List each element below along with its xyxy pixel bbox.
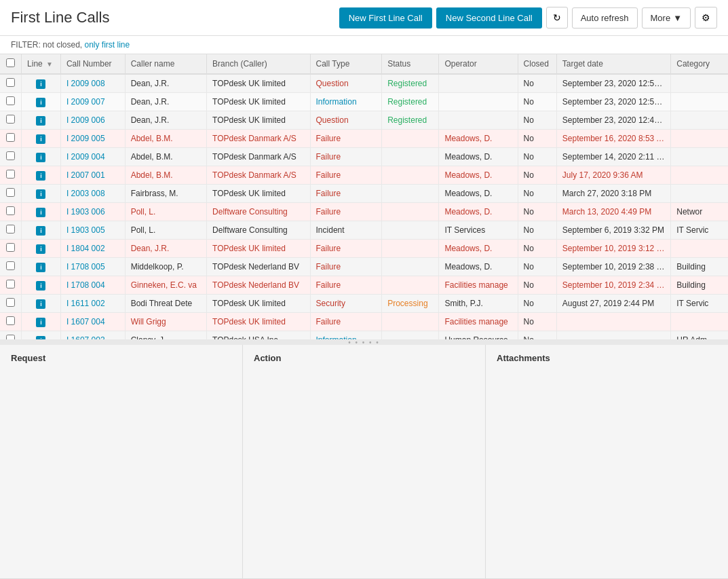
row-checkbox[interactable] [6,243,15,252]
info-icon[interactable]: i [36,208,45,217]
row-line-icon[interactable]: i [22,74,61,93]
row-checkbox[interactable] [6,261,15,270]
info-icon[interactable]: i [36,134,45,144]
row-callnum[interactable]: I 1611 002 [60,295,125,313]
row-checkbox[interactable] [6,335,15,339]
row-checkbox[interactable] [6,280,15,288]
row-callnum[interactable]: I 1903 006 [60,203,125,221]
info-icon[interactable]: i [36,98,45,107]
info-icon[interactable]: i [36,226,45,236]
row-callnum[interactable]: I 2009 004 [60,148,125,166]
row-callnum[interactable]: I 2009 008 [60,74,125,93]
info-icon[interactable]: i [36,299,45,309]
table-row: i I 2003 008 Fairbrass, M. TOPdesk UK li… [0,185,728,203]
table-wrapper[interactable]: Line ▼ Call Number Caller name Branch (C… [0,54,728,339]
row-line-icon[interactable]: i [22,185,61,203]
row-callnum[interactable]: I 2009 006 [60,111,125,130]
row-checkbox[interactable] [6,170,15,179]
row-checkbox-cell[interactable] [0,313,22,331]
row-line-icon[interactable]: i [22,295,61,313]
row-callnum[interactable]: I 1903 005 [60,221,125,240]
row-checkbox-cell[interactable] [0,221,22,240]
th-status[interactable]: Status [382,54,439,74]
row-checkbox-cell[interactable] [0,295,22,313]
row-checkbox[interactable] [6,151,15,160]
row-callnum[interactable]: I 1804 002 [60,240,125,258]
info-icon[interactable]: i [36,79,45,89]
info-icon[interactable]: i [36,153,45,162]
row-checkbox[interactable] [6,298,15,307]
info-icon[interactable]: i [36,281,45,291]
new-first-line-call-button[interactable]: New First Line Call [339,7,432,29]
row-checkbox-cell[interactable] [0,74,22,93]
th-callnum[interactable]: Call Number [60,54,125,74]
row-callnum[interactable]: I 1607 004 [60,313,125,331]
info-icon[interactable]: i [36,116,45,126]
th-line[interactable]: Line ▼ [22,54,61,74]
info-icon[interactable]: i [36,318,45,327]
row-checkbox-cell[interactable] [0,166,22,185]
info-icon[interactable]: i [36,263,45,272]
row-checkbox-cell[interactable] [0,111,22,130]
row-checkbox[interactable] [6,316,15,325]
row-checkbox[interactable] [6,188,15,197]
row-checkbox[interactable] [6,206,15,215]
row-checkbox[interactable] [6,225,15,234]
row-callnum[interactable]: I 1708 004 [60,276,125,295]
row-checkbox-cell[interactable] [0,203,22,221]
row-checkbox[interactable] [6,133,15,142]
th-checkbox[interactable] [0,54,22,74]
row-line-icon[interactable]: i [22,203,61,221]
auto-refresh-button[interactable]: Auto refresh [572,7,638,29]
row-line-icon[interactable]: i [22,166,61,185]
filter-link[interactable]: only first line [85,40,130,50]
row-line-icon[interactable]: i [22,221,61,240]
more-button[interactable]: More ▼ [642,7,691,29]
row-checkbox[interactable] [6,96,15,105]
refresh-button[interactable]: ↻ [546,7,568,29]
select-all-checkbox[interactable] [6,58,15,67]
row-line-icon[interactable]: i [22,130,61,148]
row-checkbox-cell[interactable] [0,93,22,111]
row-line-icon[interactable]: i [22,240,61,258]
row-callnum[interactable]: I 1607 003 [60,331,125,340]
row-callnum[interactable]: I 1708 005 [60,258,125,276]
split-handle[interactable]: • • • • • [0,339,728,345]
th-operator[interactable]: Operator [439,54,518,74]
row-checkbox[interactable] [6,115,15,124]
row-line-icon[interactable]: i [22,93,61,111]
row-callnum[interactable]: I 2007 001 [60,166,125,185]
th-target[interactable]: Target date [556,54,670,74]
row-callnum[interactable]: I 2003 008 [60,185,125,203]
row-checkbox-cell[interactable] [0,331,22,340]
row-checkbox-cell[interactable] [0,148,22,166]
new-second-line-call-button[interactable]: New Second Line Call [436,7,542,29]
row-checkbox[interactable] [6,78,15,87]
info-icon[interactable]: i [36,171,45,181]
th-closed[interactable]: Closed [518,54,556,74]
th-caller[interactable]: Caller name [125,54,206,74]
row-line-icon[interactable]: i [22,276,61,295]
row-checkbox-cell[interactable] [0,240,22,258]
info-icon[interactable]: i [36,189,45,199]
row-checkbox-cell[interactable] [0,185,22,203]
th-category[interactable]: Category [671,54,728,74]
th-type[interactable]: Call Type [310,54,382,74]
row-line-icon[interactable]: i [22,331,61,340]
row-callnum[interactable]: I 2009 007 [60,93,125,111]
row-checkbox-cell[interactable] [0,276,22,295]
filter-text: FILTER: not closed, only first line [11,40,130,50]
row-checkbox-cell[interactable] [0,130,22,148]
row-line-icon[interactable]: i [22,111,61,130]
row-category [671,111,728,130]
row-callnum[interactable]: I 2009 005 [60,130,125,148]
row-line-icon[interactable]: i [22,148,61,166]
settings-button[interactable]: ⚙ [695,7,717,29]
info-icon[interactable]: i [36,336,45,340]
row-checkbox-cell[interactable] [0,258,22,276]
row-category [671,130,728,148]
info-icon[interactable]: i [36,244,45,254]
th-branch[interactable]: Branch (Caller) [207,54,310,74]
row-line-icon[interactable]: i [22,258,61,276]
row-line-icon[interactable]: i [22,313,61,331]
